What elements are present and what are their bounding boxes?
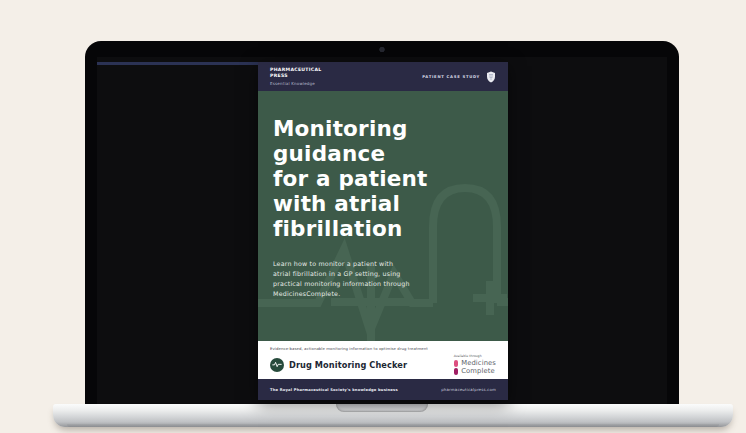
brochure-footer: The Royal Pharmaceutical Society's knowl… — [258, 379, 508, 400]
pill-capsules-icon — [454, 360, 459, 375]
brochure-title: Monitoring guidance for a patient with a… — [273, 117, 494, 242]
pill-top — [454, 360, 459, 367]
brochure-promo-band: Evidence-based, actionable monitoring in… — [258, 341, 508, 379]
footer-tagline: The Royal Pharmaceutical Society's knowl… — [270, 388, 398, 392]
webcam-dot-icon — [380, 47, 385, 52]
laptop-lid-notch — [336, 404, 428, 412]
pharmaceutical-press-logo: PHARMACEUTICAL PRESS Essential Knowledge — [270, 67, 322, 85]
laptop-base-edge — [67, 424, 719, 427]
footer-website: pharmaceuticalpress.com — [441, 387, 496, 392]
drug-monitoring-checker-logo: Drug Monitoring Checker — [270, 358, 407, 372]
brochure-header: PHARMACEUTICAL PRESS Essential Knowledge… — [258, 62, 508, 91]
medicines-complete-logo: Available through Medicines Complete — [454, 354, 496, 375]
page-canvas: PHARMACEUTICAL PRESS Essential Knowledge… — [0, 0, 746, 433]
product-name: Drug Monitoring Checker — [289, 360, 407, 370]
laptop-base — [53, 404, 733, 427]
promo-tagline: Evidence-based, actionable monitoring in… — [270, 346, 496, 351]
patient-case-study-label: PATIENT CASE STUDY — [422, 74, 480, 79]
logo-tagline: Essential Knowledge — [270, 81, 322, 86]
brochure-cover: PHARMACEUTICAL PRESS Essential Knowledge… — [258, 62, 508, 400]
brand-line2: Complete — [461, 368, 496, 375]
available-through-label: Available through — [454, 354, 482, 358]
pulse-circle-icon — [270, 358, 284, 372]
brochure-subtitle: Learn how to monitor a patient with atri… — [273, 259, 508, 300]
logo-line2: PRESS — [270, 73, 322, 79]
rps-crest-shield-icon — [486, 71, 496, 83]
brochure-hero: Monitoring guidance for a patient with a… — [258, 91, 508, 341]
pill-bottom — [454, 368, 459, 375]
